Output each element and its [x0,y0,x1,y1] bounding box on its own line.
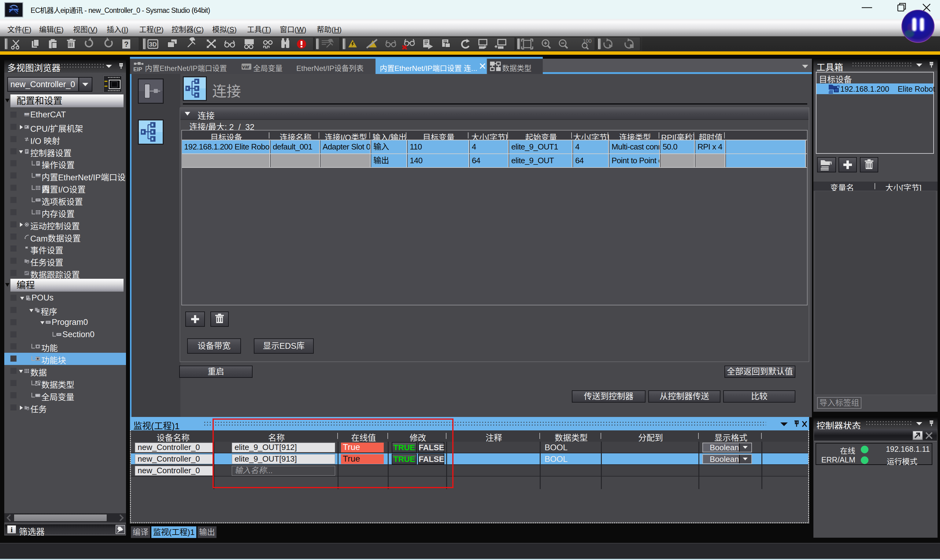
svg-text:var: var [242,64,250,69]
svg-text:ECAT: ECAT [25,113,29,115]
svg-text:ECAT: ECAT [36,174,41,176]
svg-text:var: var [36,394,39,397]
svg-text:?: ? [124,40,129,48]
svg-text:EIP: EIP [133,66,142,72]
svg-text:3D: 3D [149,41,157,48]
